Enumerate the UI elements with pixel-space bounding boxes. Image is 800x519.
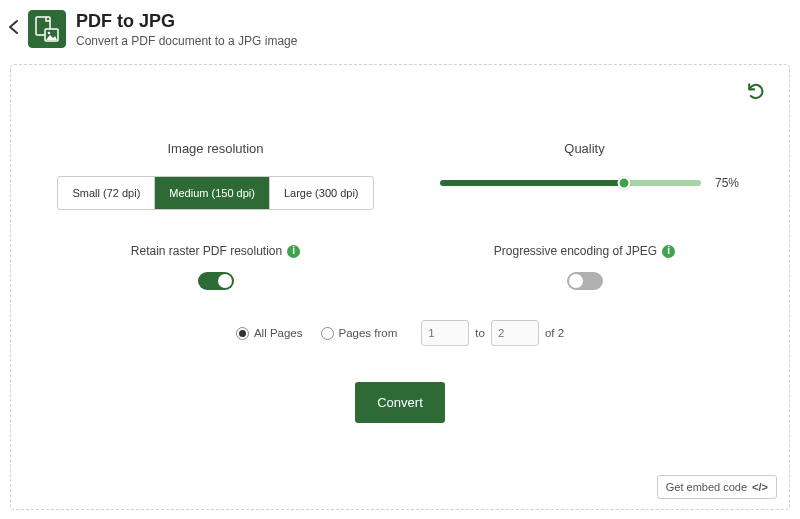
resolution-option-medium[interactable]: Medium (150 dpi) [155, 177, 270, 209]
info-icon[interactable]: i [287, 245, 300, 258]
all-pages-label: All Pages [254, 327, 303, 339]
pages-to-label: to [475, 327, 485, 339]
embed-label: Get embed code [666, 481, 747, 493]
main-panel: Image resolution Small (72 dpi) Medium (… [10, 64, 790, 510]
code-icon: </> [752, 481, 768, 493]
resolution-segmented: Small (72 dpi) Medium (150 dpi) Large (3… [57, 176, 373, 210]
radio-pages-range[interactable] [321, 327, 334, 340]
convert-button[interactable]: Convert [355, 382, 445, 423]
app-icon-pdf-to-jpg [28, 10, 66, 48]
pages-selector: All Pages Pages from to of 2 [31, 320, 769, 346]
resolution-option-small[interactable]: Small (72 dpi) [58, 177, 155, 209]
all-pages-option[interactable]: All Pages [236, 327, 303, 340]
resolution-option-large[interactable]: Large (300 dpi) [270, 177, 373, 209]
page-title: PDF to JPG [76, 11, 297, 32]
page-from-input[interactable] [421, 320, 469, 346]
quality-slider-thumb[interactable] [617, 177, 630, 190]
quality-value: 75% [715, 176, 739, 190]
info-icon[interactable]: i [662, 245, 675, 258]
resolution-title: Image resolution [167, 141, 263, 156]
get-embed-code-button[interactable]: Get embed code </> [657, 475, 777, 499]
progressive-encoding-label: Progressive encoding of JPEG [494, 244, 657, 258]
pages-total-label: of 2 [545, 327, 564, 339]
back-arrow-icon[interactable] [4, 19, 24, 40]
quality-title: Quality [564, 141, 604, 156]
page-subtitle: Convert a PDF document to a JPG image [76, 34, 297, 48]
undo-icon[interactable] [745, 81, 765, 106]
page-to-input[interactable] [491, 320, 539, 346]
svg-point-2 [48, 32, 51, 35]
progressive-encoding-toggle[interactable] [567, 272, 603, 290]
pages-range-option[interactable]: Pages from [321, 327, 398, 340]
retain-resolution-label: Retain raster PDF resolution [131, 244, 282, 258]
radio-all-pages[interactable] [236, 327, 249, 340]
retain-resolution-toggle[interactable] [198, 272, 234, 290]
pages-from-label: Pages from [339, 327, 398, 339]
quality-slider[interactable] [440, 180, 701, 186]
